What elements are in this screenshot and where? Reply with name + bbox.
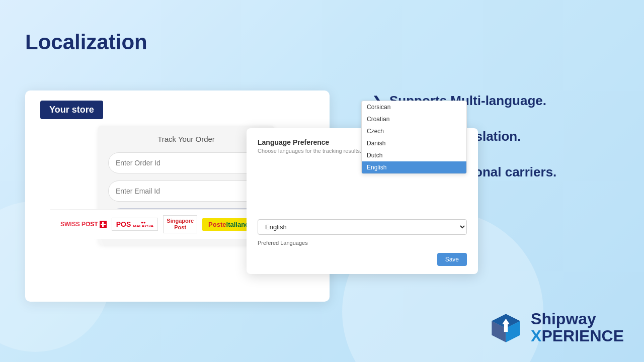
lang-select[interactable]: English	[258, 219, 467, 235]
lang-dropdown-list: Corsican Croatian Czech Danish Dutch Eng…	[361, 101, 467, 174]
shipway-icon	[487, 309, 525, 347]
lang-option-corsican[interactable]: Corsican	[362, 101, 466, 113]
lang-save-button[interactable]: Save	[437, 253, 467, 266]
lang-option-dutch[interactable]: Dutch	[362, 149, 466, 161]
store-badge: Your store	[40, 101, 103, 119]
email-id-input[interactable]	[108, 180, 264, 202]
track-form-title: Track Your Order	[108, 135, 264, 143]
store-header: Your store	[25, 90, 330, 129]
shipway-experience: X PERIENCE	[531, 327, 624, 345]
preferred-label: Prefered Languages	[258, 240, 467, 246]
swiss-post-logo: SWISS POST	[60, 215, 107, 234]
lang-option-english[interactable]: English	[362, 161, 466, 173]
pos-malaysia-logo: POS ●● MALAYSIA	[112, 215, 158, 234]
language-preference-panel: Language Preference Choose languages for…	[247, 128, 478, 274]
singapore-post-logo: SingaporePost	[163, 215, 197, 234]
order-id-input[interactable]	[108, 152, 264, 173]
shipway-logo: Shipway X PERIENCE	[487, 309, 624, 347]
shipway-perience: PERIENCE	[541, 327, 624, 345]
shipway-text: Shipway X PERIENCE	[531, 311, 624, 345]
lang-option-czech[interactable]: Czech	[362, 125, 466, 137]
page-title: Localization	[25, 30, 147, 54]
lang-option-danish[interactable]: Danish	[362, 137, 466, 149]
shipway-x: X	[531, 327, 541, 345]
lang-option-croatian[interactable]: Croatian	[362, 113, 466, 125]
shipway-name: Shipway	[531, 311, 624, 327]
